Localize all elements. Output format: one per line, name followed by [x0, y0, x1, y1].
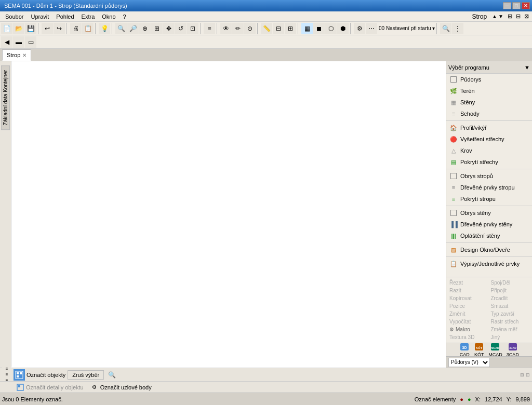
menu-item-design[interactable]: ▨ Design Okno/Dveře: [446, 244, 532, 255]
tb-layers[interactable]: ≡: [204, 23, 215, 34]
y-value: 9,899: [515, 396, 530, 402]
menu-item-vypisy[interactable]: 📋 Výpisy/Jednotlivé prvky: [446, 258, 532, 269]
tb-print2[interactable]: 📋: [82, 23, 94, 34]
menu-item-obrys-stropu[interactable]: Obrys stropů: [446, 170, 532, 182]
menu-item-drevo-steny[interactable]: ▐▐ Dřevěné prvky stěny: [446, 219, 532, 230]
menu-item-schody[interactable]: ≡ Schody: [446, 108, 532, 119]
minimize-button[interactable]: ─: [503, 2, 511, 9]
menu-extra[interactable]: Extra: [78, 12, 98, 21]
tb-print[interactable]: 🖨: [70, 23, 82, 34]
tb-pencil[interactable]: ✏: [232, 23, 244, 34]
tb-more[interactable]: ⋯: [366, 23, 377, 34]
tb-zoom-out[interactable]: 🔎: [127, 23, 139, 34]
menu-item-drevo-stropu[interactable]: ≡ Dřevěné prvky stropu: [446, 182, 532, 193]
rt-smazat-label: Smazat: [491, 303, 509, 309]
tb-rotate[interactable]: ↺: [175, 23, 187, 34]
action-details-icon[interactable]: [16, 383, 25, 392]
right-panel: Výběr programu ▼ Půdorys 🌿 Terén ▦ Stěny: [446, 61, 532, 368]
menu-item-pokryti-stropu[interactable]: ≡ Pokrytí stropu: [446, 193, 532, 205]
menu-item-obrys-stropu-label: Obrys stropů: [460, 173, 493, 179]
menu-item-pokryti-stropu-label: Pokrytí stropu: [460, 196, 496, 202]
tb-sep-10: [436, 23, 438, 34]
tb-redo[interactable]: ↪: [54, 23, 65, 34]
tb-new[interactable]: 📄: [1, 23, 12, 34]
menu-item-obrys-steny[interactable]: Obrys stěny: [446, 207, 532, 219]
tb-dots[interactable]: ⋮: [452, 23, 463, 34]
menu-item-drevo-stropu-label: Dřevěné prvky stropu: [460, 184, 515, 191]
tb-grid[interactable]: ⊞: [285, 23, 296, 34]
drawing-canvas[interactable]: [11, 61, 446, 368]
menu-item-oplasteni[interactable]: ||| Opláštění stěny: [446, 230, 532, 241]
pokryti-strechy-icon: ▤: [449, 158, 458, 166]
menu-item-teren[interactable]: 🌿 Terén: [446, 85, 532, 97]
menu-item-vysetreni[interactable]: 🔴 Vyšetření střechy: [446, 133, 532, 145]
tb2-split2[interactable]: ▭: [25, 36, 36, 48]
arrow-up-icon[interactable]: ▲: [492, 14, 497, 19]
tb-eye[interactable]: 👁: [220, 23, 232, 34]
menu-okno[interactable]: Okno: [99, 12, 118, 21]
select-objects-icon[interactable]: [14, 369, 25, 381]
menu-help[interactable]: ?: [120, 12, 129, 21]
view-select[interactable]: Půdorys (V): [448, 358, 490, 367]
tb2-split1[interactable]: ▬: [13, 36, 24, 48]
tb-icon-2[interactable]: ⊟: [516, 13, 521, 19]
tb-measure[interactable]: 📏: [261, 23, 272, 34]
menu-item-pokryti-strechy[interactable]: ▤ Pokrytí střechy: [446, 156, 532, 168]
close-button[interactable]: ✕: [522, 2, 530, 9]
tb-settings[interactable]: ⚙: [354, 23, 365, 34]
3cad-button[interactable]: 3CAD 3CAD: [507, 342, 519, 357]
program-select-bar: Výběr programu ▼: [446, 61, 532, 74]
tb-pan[interactable]: ✥: [163, 23, 175, 34]
bt-layers2-icon[interactable]: ≡: [2, 372, 11, 377]
menu-soubor[interactable]: Soubor: [2, 12, 26, 21]
tab-strop[interactable]: Strop ✕: [2, 49, 31, 61]
menu-pohled[interactable]: Pohled: [53, 12, 77, 21]
svg-rect-9: [17, 372, 19, 374]
menu-upravit[interactable]: Upravit: [28, 12, 52, 21]
rt-typ: Typ završí: [490, 310, 530, 317]
maximize-button[interactable]: □: [512, 2, 521, 9]
tb-undo[interactable]: ↩: [42, 23, 53, 34]
rt-makro-icon: ⚙: [449, 327, 454, 332]
tb-zoom-fit[interactable]: ⊕: [139, 23, 151, 34]
tb-zoom-rect[interactable]: ⊡: [187, 23, 198, 34]
kot-button[interactable]: KÓT KÓT: [474, 342, 484, 357]
tb-floor[interactable]: ▦: [301, 23, 313, 34]
x-label: X:: [475, 396, 481, 402]
cancel-selection-button[interactable]: Zruš výběr: [68, 370, 104, 380]
bt-select-icon[interactable]: 🔍: [106, 369, 117, 381]
tb-search[interactable]: 🔍: [440, 23, 451, 34]
tb-zoom-sel[interactable]: ⊞: [151, 23, 163, 34]
teren-icon: 🌿: [449, 87, 458, 95]
tb-icon-1[interactable]: ⊞: [508, 13, 512, 19]
tab-close-icon[interactable]: ✕: [22, 52, 26, 58]
rt-vypocitat-label: Vypočítat: [449, 319, 471, 325]
action-nodes-icon[interactable]: ⚙: [90, 383, 99, 392]
program-select-arrow[interactable]: ▼: [524, 64, 530, 71]
tb-zoom-in[interactable]: 🔍: [115, 23, 127, 34]
tb-open[interactable]: 📂: [13, 23, 24, 34]
sidebar-container-tab[interactable]: Základní data Kontejner: [1, 65, 10, 130]
cad-button[interactable]: 3D CAD: [459, 342, 470, 357]
drevo-stropu-icon: ≡: [449, 183, 458, 192]
tb-lights[interactable]: 💡: [99, 23, 110, 34]
tb-3d[interactable]: ◼: [313, 23, 325, 34]
tb2-toggle[interactable]: ◀: [1, 36, 12, 48]
menu-item-pudorys[interactable]: Půdorys: [446, 74, 532, 85]
tb-icon-3[interactable]: ⊠: [524, 13, 529, 19]
svg-rect-13: [18, 385, 20, 387]
menu-item-profil[interactable]: 🏠 Profil/vikýř: [446, 122, 532, 133]
bt-layers-icon[interactable]: ≡: [2, 367, 11, 372]
menu-strop[interactable]: Strop: [468, 12, 491, 21]
tb-ref[interactable]: ⊟: [273, 23, 284, 34]
tb-view[interactable]: ⬡: [325, 23, 337, 34]
menu-item-krov[interactable]: △ Krov: [446, 145, 532, 156]
arrow-down-icon[interactable]: ▼: [498, 14, 503, 19]
menu-item-steny[interactable]: ▦ Stěny: [446, 97, 532, 108]
select-nodes-label: Označit uzlové body: [100, 384, 152, 390]
mcad-button[interactable]: MCAD MCAD: [488, 342, 502, 357]
tb-view2[interactable]: ⬢: [337, 23, 349, 34]
tb-save[interactable]: 💾: [25, 23, 36, 34]
rt-makro[interactable]: ⚙ Makro: [448, 326, 489, 333]
tb-snap[interactable]: ⊙: [244, 23, 256, 34]
